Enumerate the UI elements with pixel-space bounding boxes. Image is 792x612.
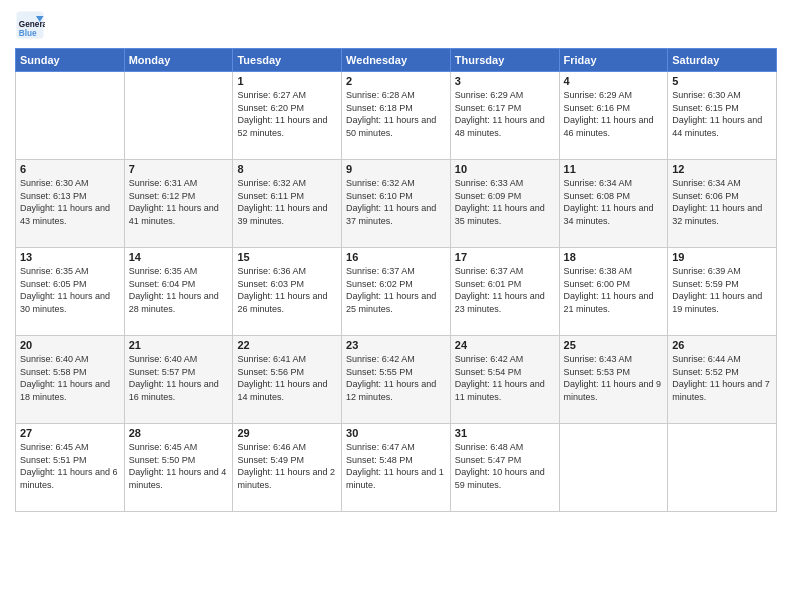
weekday-header-friday: Friday — [559, 49, 668, 72]
day-number: 29 — [237, 427, 337, 439]
calendar-cell: 29Sunrise: 6:46 AMSunset: 5:49 PMDayligh… — [233, 424, 342, 512]
day-info: Sunrise: 6:33 AMSunset: 6:09 PMDaylight:… — [455, 177, 555, 227]
day-info: Sunrise: 6:29 AMSunset: 6:16 PMDaylight:… — [564, 89, 664, 139]
day-info: Sunrise: 6:45 AMSunset: 5:51 PMDaylight:… — [20, 441, 120, 491]
calendar-table: SundayMondayTuesdayWednesdayThursdayFrid… — [15, 48, 777, 512]
calendar-body: 1Sunrise: 6:27 AMSunset: 6:20 PMDaylight… — [16, 72, 777, 512]
day-number: 11 — [564, 163, 664, 175]
day-number: 23 — [346, 339, 446, 351]
calendar-cell: 6Sunrise: 6:30 AMSunset: 6:13 PMDaylight… — [16, 160, 125, 248]
day-number: 15 — [237, 251, 337, 263]
calendar-cell: 7Sunrise: 6:31 AMSunset: 6:12 PMDaylight… — [124, 160, 233, 248]
day-number: 9 — [346, 163, 446, 175]
calendar-week-1: 1Sunrise: 6:27 AMSunset: 6:20 PMDaylight… — [16, 72, 777, 160]
calendar-cell: 23Sunrise: 6:42 AMSunset: 5:55 PMDayligh… — [342, 336, 451, 424]
calendar-cell: 26Sunrise: 6:44 AMSunset: 5:52 PMDayligh… — [668, 336, 777, 424]
calendar-cell — [124, 72, 233, 160]
calendar-header: SundayMondayTuesdayWednesdayThursdayFrid… — [16, 49, 777, 72]
page: General Blue SundayMondayTuesdayWednesda… — [0, 0, 792, 612]
calendar-cell: 27Sunrise: 6:45 AMSunset: 5:51 PMDayligh… — [16, 424, 125, 512]
calendar-cell: 10Sunrise: 6:33 AMSunset: 6:09 PMDayligh… — [450, 160, 559, 248]
calendar-cell: 31Sunrise: 6:48 AMSunset: 5:47 PMDayligh… — [450, 424, 559, 512]
day-info: Sunrise: 6:27 AMSunset: 6:20 PMDaylight:… — [237, 89, 337, 139]
day-number: 3 — [455, 75, 555, 87]
calendar-cell — [16, 72, 125, 160]
calendar-week-3: 13Sunrise: 6:35 AMSunset: 6:05 PMDayligh… — [16, 248, 777, 336]
day-info: Sunrise: 6:45 AMSunset: 5:50 PMDaylight:… — [129, 441, 229, 491]
day-info: Sunrise: 6:44 AMSunset: 5:52 PMDaylight:… — [672, 353, 772, 403]
calendar-cell: 22Sunrise: 6:41 AMSunset: 5:56 PMDayligh… — [233, 336, 342, 424]
day-number: 17 — [455, 251, 555, 263]
day-number: 31 — [455, 427, 555, 439]
calendar-cell: 2Sunrise: 6:28 AMSunset: 6:18 PMDaylight… — [342, 72, 451, 160]
day-number: 10 — [455, 163, 555, 175]
calendar-cell: 4Sunrise: 6:29 AMSunset: 6:16 PMDaylight… — [559, 72, 668, 160]
calendar-week-5: 27Sunrise: 6:45 AMSunset: 5:51 PMDayligh… — [16, 424, 777, 512]
day-number: 24 — [455, 339, 555, 351]
calendar-cell: 16Sunrise: 6:37 AMSunset: 6:02 PMDayligh… — [342, 248, 451, 336]
day-info: Sunrise: 6:37 AMSunset: 6:01 PMDaylight:… — [455, 265, 555, 315]
calendar-cell: 11Sunrise: 6:34 AMSunset: 6:08 PMDayligh… — [559, 160, 668, 248]
day-info: Sunrise: 6:42 AMSunset: 5:54 PMDaylight:… — [455, 353, 555, 403]
day-info: Sunrise: 6:29 AMSunset: 6:17 PMDaylight:… — [455, 89, 555, 139]
day-number: 21 — [129, 339, 229, 351]
day-info: Sunrise: 6:31 AMSunset: 6:12 PMDaylight:… — [129, 177, 229, 227]
day-number: 1 — [237, 75, 337, 87]
calendar-cell: 20Sunrise: 6:40 AMSunset: 5:58 PMDayligh… — [16, 336, 125, 424]
day-number: 25 — [564, 339, 664, 351]
day-number: 22 — [237, 339, 337, 351]
day-number: 20 — [20, 339, 120, 351]
calendar-cell: 18Sunrise: 6:38 AMSunset: 6:00 PMDayligh… — [559, 248, 668, 336]
day-info: Sunrise: 6:30 AMSunset: 6:15 PMDaylight:… — [672, 89, 772, 139]
day-number: 8 — [237, 163, 337, 175]
calendar-cell: 25Sunrise: 6:43 AMSunset: 5:53 PMDayligh… — [559, 336, 668, 424]
calendar-cell: 13Sunrise: 6:35 AMSunset: 6:05 PMDayligh… — [16, 248, 125, 336]
day-number: 26 — [672, 339, 772, 351]
day-info: Sunrise: 6:43 AMSunset: 5:53 PMDaylight:… — [564, 353, 664, 403]
day-info: Sunrise: 6:34 AMSunset: 6:06 PMDaylight:… — [672, 177, 772, 227]
day-number: 14 — [129, 251, 229, 263]
svg-text:Blue: Blue — [19, 29, 37, 38]
calendar-cell: 24Sunrise: 6:42 AMSunset: 5:54 PMDayligh… — [450, 336, 559, 424]
weekday-row: SundayMondayTuesdayWednesdayThursdayFrid… — [16, 49, 777, 72]
logo-icon: General Blue — [15, 10, 45, 40]
calendar-cell: 1Sunrise: 6:27 AMSunset: 6:20 PMDaylight… — [233, 72, 342, 160]
day-info: Sunrise: 6:30 AMSunset: 6:13 PMDaylight:… — [20, 177, 120, 227]
day-info: Sunrise: 6:38 AMSunset: 6:00 PMDaylight:… — [564, 265, 664, 315]
day-info: Sunrise: 6:32 AMSunset: 6:11 PMDaylight:… — [237, 177, 337, 227]
calendar-cell — [668, 424, 777, 512]
calendar-cell: 21Sunrise: 6:40 AMSunset: 5:57 PMDayligh… — [124, 336, 233, 424]
calendar-cell: 30Sunrise: 6:47 AMSunset: 5:48 PMDayligh… — [342, 424, 451, 512]
calendar-cell: 17Sunrise: 6:37 AMSunset: 6:01 PMDayligh… — [450, 248, 559, 336]
day-info: Sunrise: 6:40 AMSunset: 5:57 PMDaylight:… — [129, 353, 229, 403]
weekday-header-wednesday: Wednesday — [342, 49, 451, 72]
day-number: 4 — [564, 75, 664, 87]
calendar-cell: 9Sunrise: 6:32 AMSunset: 6:10 PMDaylight… — [342, 160, 451, 248]
day-info: Sunrise: 6:47 AMSunset: 5:48 PMDaylight:… — [346, 441, 446, 491]
calendar-cell: 5Sunrise: 6:30 AMSunset: 6:15 PMDaylight… — [668, 72, 777, 160]
day-info: Sunrise: 6:34 AMSunset: 6:08 PMDaylight:… — [564, 177, 664, 227]
day-info: Sunrise: 6:40 AMSunset: 5:58 PMDaylight:… — [20, 353, 120, 403]
day-info: Sunrise: 6:41 AMSunset: 5:56 PMDaylight:… — [237, 353, 337, 403]
day-number: 12 — [672, 163, 772, 175]
day-info: Sunrise: 6:35 AMSunset: 6:04 PMDaylight:… — [129, 265, 229, 315]
calendar-cell — [559, 424, 668, 512]
svg-text:General: General — [19, 20, 45, 29]
day-info: Sunrise: 6:28 AMSunset: 6:18 PMDaylight:… — [346, 89, 446, 139]
day-number: 7 — [129, 163, 229, 175]
weekday-header-monday: Monday — [124, 49, 233, 72]
calendar-cell: 19Sunrise: 6:39 AMSunset: 5:59 PMDayligh… — [668, 248, 777, 336]
day-info: Sunrise: 6:42 AMSunset: 5:55 PMDaylight:… — [346, 353, 446, 403]
day-number: 19 — [672, 251, 772, 263]
calendar-cell: 15Sunrise: 6:36 AMSunset: 6:03 PMDayligh… — [233, 248, 342, 336]
day-number: 6 — [20, 163, 120, 175]
calendar-cell: 8Sunrise: 6:32 AMSunset: 6:11 PMDaylight… — [233, 160, 342, 248]
day-number: 28 — [129, 427, 229, 439]
day-number: 27 — [20, 427, 120, 439]
day-info: Sunrise: 6:37 AMSunset: 6:02 PMDaylight:… — [346, 265, 446, 315]
calendar-cell: 28Sunrise: 6:45 AMSunset: 5:50 PMDayligh… — [124, 424, 233, 512]
day-number: 5 — [672, 75, 772, 87]
header: General Blue — [15, 10, 777, 40]
day-number: 2 — [346, 75, 446, 87]
calendar-cell: 14Sunrise: 6:35 AMSunset: 6:04 PMDayligh… — [124, 248, 233, 336]
